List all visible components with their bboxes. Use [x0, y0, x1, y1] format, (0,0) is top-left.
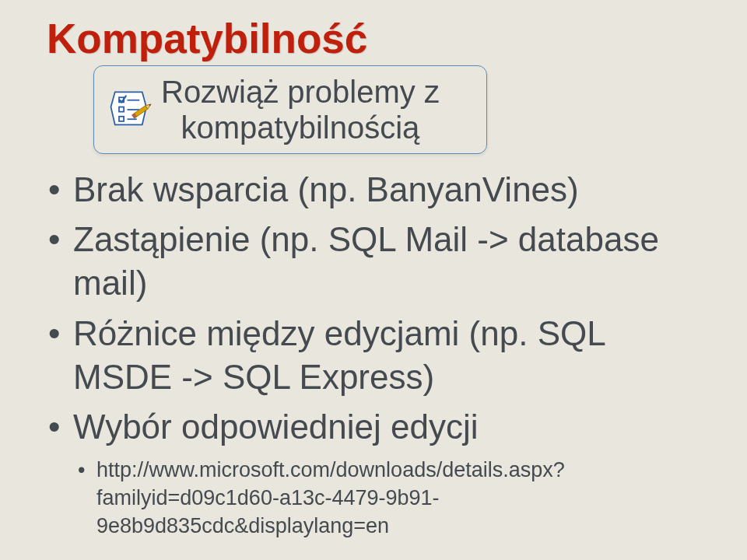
callout-container: Rozwiąż problemy z kompatybilnością	[93, 65, 700, 154]
callout-text: Rozwiąż problemy z kompatybilnością	[161, 74, 440, 145]
sub-link-text: http://www.microsoft.com/downloads/detai…	[96, 458, 565, 538]
sub-list-item: http://www.microsoft.com/downloads/detai…	[73, 456, 700, 541]
bullet-list: Brak wsparcia (np. BanyanVines) Zastąpie…	[47, 168, 700, 541]
list-item: Wybór odpowiedniej edycji http://www.mic…	[47, 405, 700, 541]
bullet-text: Wybór odpowiedniej edycji	[73, 408, 479, 446]
callout-line-1: Rozwiąż problemy z	[161, 75, 440, 109]
list-item: Różnice między edycjami (np. SQL MSDE ->…	[47, 312, 700, 400]
bullet-text: Zastąpienie (np. SQL Mail -> database ma…	[73, 220, 659, 302]
list-item: Brak wsparcia (np. BanyanVines)	[47, 168, 700, 212]
callout-line-2: kompatybilnością	[181, 110, 420, 145]
bullet-text: Brak wsparcia (np. BanyanVines)	[73, 170, 579, 208]
list-item: Zastąpienie (np. SQL Mail -> database ma…	[47, 218, 700, 306]
checklist-icon	[108, 88, 152, 131]
slide-title: Kompatybilność	[47, 17, 700, 61]
sub-list: http://www.microsoft.com/downloads/detai…	[73, 456, 700, 541]
slide: Kompatybilność	[0, 0, 747, 560]
callout-box: Rozwiąż problemy z kompatybilnością	[93, 65, 487, 154]
bullet-text: Różnice między edycjami (np. SQL MSDE ->…	[73, 314, 605, 396]
